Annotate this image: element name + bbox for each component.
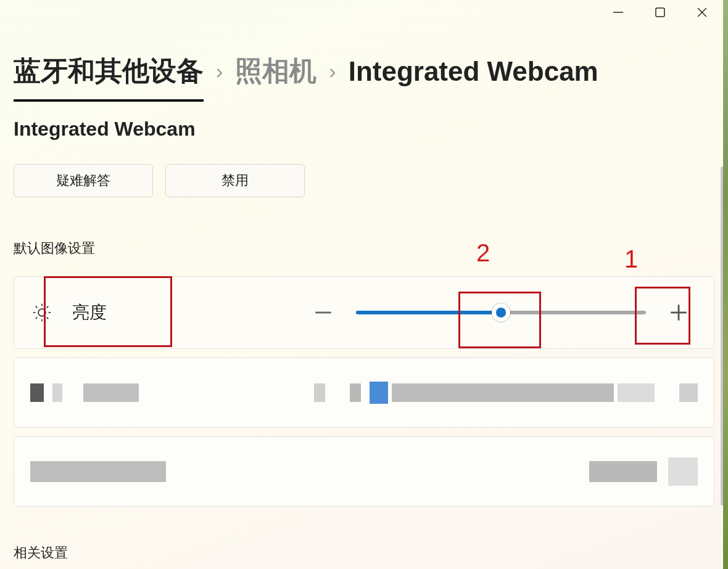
page-title: Integrated Webcam	[14, 118, 714, 141]
annotation-box	[44, 276, 172, 347]
chevron-right-icon: ›	[216, 59, 223, 83]
background-edge	[723, 0, 728, 569]
disable-button[interactable]: 禁用	[165, 164, 305, 197]
increase-button[interactable]	[661, 295, 697, 330]
troubleshoot-button[interactable]: 疑难解答	[14, 164, 153, 197]
slider-fill	[356, 311, 501, 314]
svg-line-9	[36, 306, 38, 308]
section-related-settings: 相关设置	[14, 544, 714, 562]
annotation-label: 1	[624, 245, 638, 273]
brightness-label: 亮度	[72, 301, 107, 324]
setting-card-placeholder	[14, 358, 714, 428]
breadcrumb-underline	[14, 99, 204, 102]
svg-line-11	[36, 317, 38, 319]
slider-thumb[interactable]	[492, 303, 510, 322]
brightness-card: 亮度	[14, 276, 714, 349]
brightness-icon	[31, 302, 52, 323]
annotation-label: 2	[476, 239, 490, 267]
breadcrumb-bluetooth[interactable]: 蓝牙和其他设备	[14, 53, 204, 89]
minimize-button[interactable]	[597, 0, 639, 25]
svg-line-10	[47, 317, 49, 319]
setting-card-placeholder	[14, 436, 714, 507]
close-button[interactable]	[681, 0, 723, 25]
chevron-right-icon: ›	[329, 59, 336, 83]
breadcrumb: 蓝牙和其他设备 › 照相机 › Integrated Webcam	[14, 53, 714, 89]
svg-line-12	[47, 306, 49, 308]
svg-rect-1	[656, 8, 664, 17]
window-titlebar	[597, 0, 723, 25]
scrollbar[interactable]	[721, 166, 723, 506]
decrease-button[interactable]	[305, 295, 341, 330]
action-buttons: 疑难解答 禁用	[14, 164, 714, 197]
maximize-button[interactable]	[639, 0, 681, 25]
breadcrumb-current: Integrated Webcam	[349, 56, 598, 87]
brightness-slider[interactable]	[356, 311, 646, 314]
breadcrumb-camera[interactable]: 照相机	[235, 53, 316, 89]
svg-point-4	[38, 309, 46, 316]
breadcrumb-label: 蓝牙和其他设备	[14, 55, 204, 86]
section-default-image-settings: 默认图像设置	[14, 239, 714, 258]
